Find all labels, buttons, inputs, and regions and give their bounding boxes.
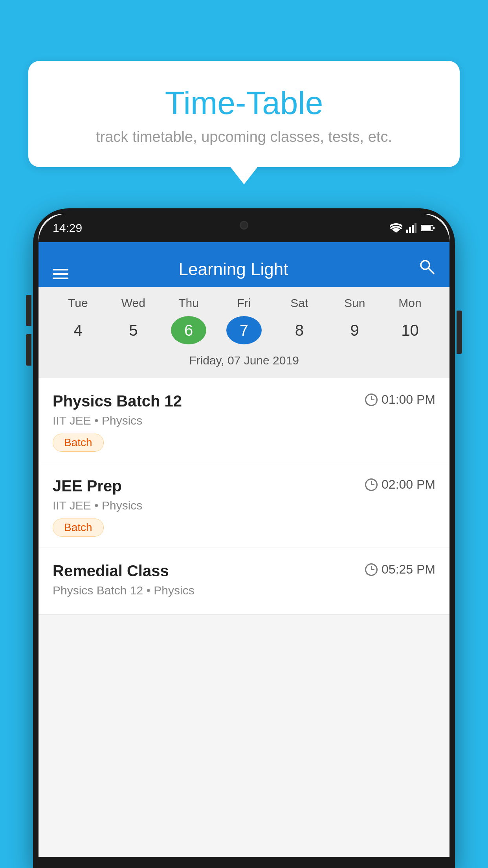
bubble-subtitle: track timetable, upcoming classes, tests…	[60, 129, 428, 145]
day-header-sat: Sat	[282, 296, 317, 310]
phone-outer: 14:29	[33, 208, 455, 868]
svg-rect-0	[406, 230, 408, 233]
day-header-mon: Mon	[392, 296, 427, 310]
schedule-item-1-header: Physics Batch 12 01:00 PM	[53, 392, 435, 410]
calendar-strip: Tue Wed Thu Fri Sat Sun Mon 4 5 6 7 8 9 …	[39, 287, 449, 378]
svg-line-8	[428, 268, 434, 274]
day-header-wed: Wed	[116, 296, 151, 310]
day-9[interactable]: 9	[337, 316, 372, 344]
schedule-item-2-badge: Batch	[53, 519, 104, 537]
schedule-item-3-header: Remedial Class 05:25 PM	[53, 562, 435, 580]
app-title: Learning Light	[68, 259, 418, 279]
menu-button[interactable]	[53, 269, 68, 279]
day-7-selected[interactable]: 7	[226, 316, 262, 344]
day-10[interactable]: 10	[392, 316, 427, 344]
schedule-item-2[interactable]: JEE Prep 02:00 PM IIT JEE • Physics Batc…	[39, 463, 449, 548]
phone-screen: Learning Light Tue Wed Thu Fri Sat Sun	[39, 214, 449, 857]
clock-icon-1	[365, 394, 378, 406]
app-bar: Learning Light	[39, 242, 449, 287]
schedule-item-2-time-text: 02:00 PM	[382, 477, 435, 492]
status-time: 14:29	[53, 221, 82, 235]
status-bar: 14:29	[39, 214, 449, 242]
schedule-item-3-title: Remedial Class	[53, 562, 169, 580]
schedule-item-2-title: JEE Prep	[53, 477, 122, 495]
phone-container: 14:29	[33, 208, 455, 868]
schedule-item-3-time-text: 05:25 PM	[382, 562, 435, 577]
schedule-item-2-time: 02:00 PM	[365, 477, 435, 492]
schedule-item-2-header: JEE Prep 02:00 PM	[53, 477, 435, 495]
clock-icon-3	[365, 563, 378, 576]
schedule-item-1-subtitle: IIT JEE • Physics	[53, 414, 435, 427]
menu-line-3	[53, 278, 68, 279]
schedule-item-1-time: 01:00 PM	[365, 392, 435, 407]
volume-down-button	[26, 334, 31, 366]
svg-rect-5	[433, 227, 435, 229]
schedule-item-3[interactable]: Remedial Class 05:25 PM Physics Batch 12…	[39, 548, 449, 615]
svg-rect-1	[409, 227, 411, 233]
schedule-item-1-title: Physics Batch 12	[53, 392, 182, 410]
search-icon[interactable]	[418, 258, 435, 279]
day-8[interactable]: 8	[282, 316, 317, 344]
power-button	[457, 311, 462, 354]
schedule-list: Physics Batch 12 01:00 PM IIT JEE • Phys…	[39, 378, 449, 615]
signal-icon	[406, 223, 417, 233]
svg-rect-6	[422, 226, 431, 230]
menu-line-1	[53, 269, 68, 270]
schedule-item-1[interactable]: Physics Batch 12 01:00 PM IIT JEE • Phys…	[39, 378, 449, 463]
schedule-item-1-badge: Batch	[53, 434, 104, 452]
day-numbers: 4 5 6 7 8 9 10	[50, 316, 438, 344]
schedule-item-3-subtitle: Physics Batch 12 • Physics	[53, 584, 435, 597]
bubble-title: Time-Table	[60, 85, 428, 121]
day-header-fri: Fri	[226, 296, 262, 310]
day-header-thu: Thu	[171, 296, 206, 310]
day-6-today[interactable]: 6	[171, 316, 206, 344]
svg-rect-2	[412, 225, 414, 233]
day-5[interactable]: 5	[116, 316, 151, 344]
svg-rect-3	[415, 223, 416, 233]
status-icons	[390, 223, 435, 233]
day-4[interactable]: 4	[60, 316, 95, 344]
speech-bubble: Time-Table track timetable, upcoming cla…	[28, 61, 460, 167]
clock-icon-2	[365, 478, 378, 491]
menu-line-2	[53, 273, 68, 275]
battery-icon	[421, 224, 435, 232]
day-header-sun: Sun	[337, 296, 372, 310]
day-headers: Tue Wed Thu Fri Sat Sun Mon	[50, 296, 438, 310]
schedule-item-1-time-text: 01:00 PM	[382, 392, 435, 407]
schedule-item-3-time: 05:25 PM	[365, 562, 435, 577]
selected-date: Friday, 07 June 2019	[50, 350, 438, 374]
volume-up-button	[26, 295, 31, 326]
wifi-icon	[390, 223, 402, 233]
speech-bubble-container: Time-Table track timetable, upcoming cla…	[28, 61, 460, 167]
day-header-tue: Tue	[60, 296, 95, 310]
schedule-item-2-subtitle: IIT JEE • Physics	[53, 499, 435, 512]
